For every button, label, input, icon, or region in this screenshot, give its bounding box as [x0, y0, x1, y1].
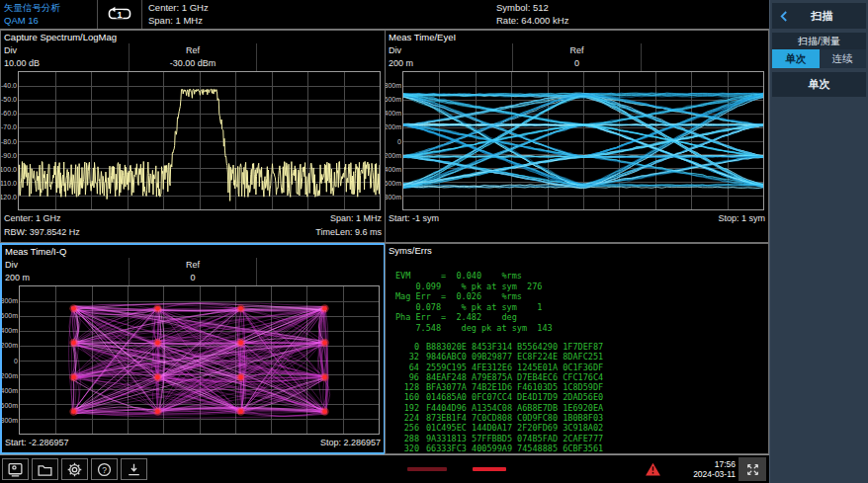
syms-errs-readout: EVM = 0.040 %rms 0.099 % pk at sym 276Ma… — [386, 257, 768, 453]
toolbar: ? — [2, 458, 147, 480]
symbol-hex-row: 128BFA3077A 74B2E1D6 F46103D5 1C8D59DF — [395, 382, 768, 392]
syms-stat-line: Pha Err = 2.482 deg — [395, 312, 768, 323]
y-axis-tick-label: -110.0 — [1, 179, 17, 186]
time-readout: 17:56 — [693, 459, 736, 469]
single-sweep-button[interactable]: 单次 — [772, 72, 866, 97]
y-axis-tick-label: -90.0 — [1, 151, 17, 158]
panel-iq-constellation[interactable]: Meas Time/I-Q Div 200 m Ref 0 800m600m40… — [0, 243, 386, 454]
div-readout[interactable]: Div 200 m — [2, 258, 129, 285]
warning-indicator[interactable] — [645, 461, 661, 477]
panel-title: Meas Time/I-Q — [2, 245, 384, 258]
symbol-block: Symbol: 512 Rate: 64.000 kHz — [490, 0, 574, 29]
ref-label: Ref — [516, 44, 637, 57]
div-ref-row: Div 200 m Ref 0 — [386, 43, 768, 71]
ref-value: 0 — [132, 272, 253, 284]
footer-timelen[interactable]: TimeLen: 9.6 ms — [315, 225, 382, 239]
modulation-label[interactable]: QAM 16 — [4, 14, 91, 27]
footer-start[interactable]: Start: -2.286957 — [5, 436, 69, 449]
footer-stop[interactable]: Stop: 1 sym — [718, 211, 765, 225]
symbol-hex-row: 160014685A0 0FC07CC4 DE4D17D9 2DAD56E0 — [395, 392, 768, 402]
screenshot-button[interactable] — [2, 458, 29, 480]
status-dash-red — [473, 467, 506, 471]
file-browser-button[interactable] — [32, 458, 58, 480]
span-readout[interactable]: Span: 1 MHz — [148, 14, 484, 27]
bottom-status-bar: ? 17:56 2024-03-11 — [0, 454, 769, 483]
spectrum-y-axis: -40.0-50.0-60.0-70.0-80.0-90.0-100.0-110… — [1, 71, 18, 210]
div-readout[interactable]: Div 10.00 dB — [1, 43, 129, 71]
footer-center[interactable]: Center: 1 GHz — [4, 211, 61, 225]
y-axis-tick-label: 400m — [386, 110, 401, 117]
panel-capture-spectrum[interactable]: Capture Spectrum/LogMag Div 10.00 dB Ref… — [0, 30, 386, 243]
syms-stat-line: Mag Err = 0.026 %rms — [395, 291, 768, 302]
symbol-hex-row: 9684EAF248 A79E875A D7EB4EC6 CFC176C4 — [395, 372, 768, 382]
footer-stop[interactable]: Stop: 2.286957 — [320, 436, 381, 449]
frequency-block: Center: 1 GHz Span: 1 MHz — [142, 0, 490, 29]
toggle-option-continuous[interactable]: 连续 — [820, 49, 867, 68]
symbol-rate-readout[interactable]: Rate: 64.000 kHz — [496, 14, 568, 27]
div-value: 10.00 dB — [4, 57, 126, 70]
panel-title: Capture Spectrum/LogMag — [1, 31, 385, 43]
ref-readout[interactable]: Ref 0 — [129, 258, 256, 285]
ref-value: 0 — [516, 57, 637, 70]
svg-text:?: ? — [102, 464, 107, 474]
footer-start[interactable]: Start: -1 sym — [389, 211, 439, 225]
single-sweep-loop-icon[interactable]: 1 — [97, 0, 142, 29]
eye-footer: Start: -1 sym Stop: 1 sym — [386, 210, 768, 242]
div-label: Div — [5, 259, 126, 272]
iq-y-axis: 800m600m400m200m0-200m-400m-600m-800m — [2, 285, 19, 435]
iq-plot: 800m600m400m200m0-200m-400m-600m-800m — [2, 285, 384, 435]
y-axis-tick-label: -600m — [2, 401, 18, 408]
footer-span[interactable]: Span: 1 MHz — [330, 211, 382, 225]
y-axis-tick-label: -120.0 — [1, 193, 17, 200]
warning-icon — [645, 461, 661, 477]
y-axis-tick-label: 800m — [386, 82, 401, 89]
y-axis-tick-label: 200m — [2, 342, 18, 349]
y-axis-tick-label: -80.0 — [1, 137, 17, 144]
spectrum-plot-box[interactable] — [18, 71, 381, 210]
menu-header[interactable]: 扫描 — [772, 3, 866, 29]
iq-plot-box[interactable] — [19, 285, 380, 435]
status-dash-dark — [407, 467, 447, 471]
symbol-hex-row: 224873EB1F4 7C0CD808 C0D9FC80 1B0B8F03 — [395, 413, 768, 423]
y-axis-tick-label: -200m — [386, 151, 401, 158]
symbol-count-readout[interactable]: Symbol: 512 — [496, 1, 568, 14]
divref-spacer — [256, 258, 384, 285]
spectrum-trace-canvas — [19, 72, 380, 209]
help-icon: ? — [96, 461, 113, 478]
panel-eye-diagram[interactable]: Meas Time/EyeI Div 200 m Ref 0 800m600m4… — [385, 30, 769, 243]
div-label: Div — [389, 44, 509, 57]
y-axis-tick-label: -800m — [386, 193, 401, 200]
div-readout[interactable]: Div 200 m — [386, 43, 512, 71]
help-button[interactable]: ? — [91, 458, 118, 480]
clock-display[interactable]: 17:56 2024-03-11 — [693, 459, 736, 479]
symbol-hex-row: 0B883020E 8453F314 B5564290 1F7DEF87 — [395, 342, 768, 352]
divref-spacer — [256, 43, 385, 71]
settings-button[interactable] — [61, 458, 88, 480]
center-frequency-readout[interactable]: Center: 1 GHz — [148, 1, 484, 14]
app-title-block: 矢量信号分析 QAM 16 — [0, 0, 97, 29]
panel-syms-errs[interactable]: Syms/Errs EVM = 0.040 %rms 0.099 % pk at… — [385, 243, 769, 454]
svg-text:1: 1 — [117, 10, 122, 20]
symbol-hex-row: 192F4404D96 A1354C08 A6B8E7DB 1E6920EA — [395, 403, 768, 413]
error-stats-block: EVM = 0.040 %rms 0.099 % pk at sym 276Ma… — [395, 271, 768, 333]
layout-expand-button[interactable] — [738, 457, 766, 481]
spectrum-footer: Center: 1 GHz Span: 1 MHz RBW: 397.8542 … — [1, 210, 385, 242]
y-axis-tick-label: 600m — [2, 312, 18, 319]
footer-rbw[interactable]: RBW: 397.8542 Hz — [4, 225, 80, 239]
y-axis-tick-label: 0 — [14, 357, 18, 363]
eye-trace-canvas — [403, 72, 763, 209]
ref-readout[interactable]: Ref 0 — [512, 43, 640, 71]
panel-title: Syms/Errs — [386, 244, 768, 257]
eye-plot-box[interactable] — [402, 71, 764, 210]
y-axis-tick-label: -800m — [2, 416, 18, 423]
toggle-option-single[interactable]: 单次 — [772, 49, 820, 68]
save-button[interactable] — [121, 458, 147, 480]
syms-stat-line: 0.099 % pk at sym 276 — [395, 282, 768, 292]
y-axis-tick-label: 0 — [397, 137, 401, 144]
iq-footer: Start: -2.286957 Stop: 2.286957 — [2, 435, 384, 452]
gear-icon — [66, 461, 83, 478]
back-chevron-icon[interactable] — [779, 10, 788, 23]
syms-stat-line: EVM = 0.040 %rms — [395, 271, 768, 282]
divref-spacer — [641, 43, 768, 71]
ref-readout[interactable]: Ref -30.00 dBm — [129, 43, 257, 71]
